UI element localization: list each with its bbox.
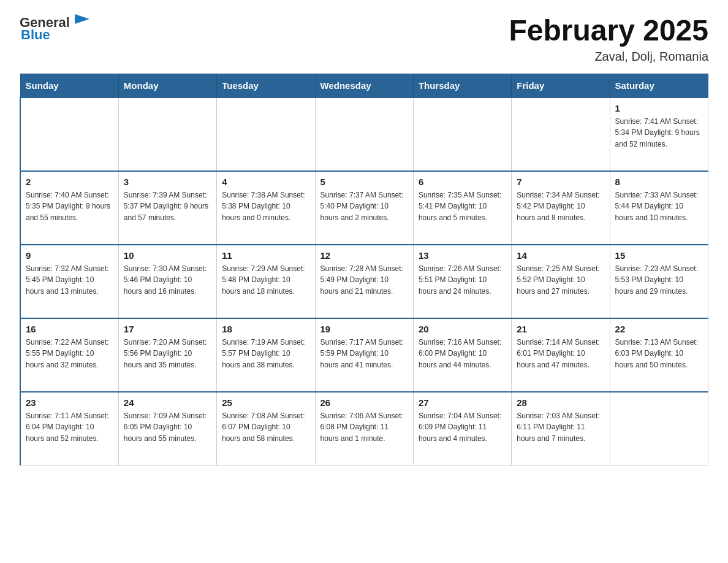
table-row <box>315 98 413 171</box>
header-sunday: Sunday <box>20 74 118 98</box>
table-row <box>217 98 315 171</box>
day-info: Sunrise: 7:20 AM Sunset: 5:56 PM Dayligh… <box>124 337 211 371</box>
day-number: 1 <box>615 103 703 113</box>
day-info: Sunrise: 7:19 AM Sunset: 5:57 PM Dayligh… <box>222 337 309 371</box>
day-number: 20 <box>419 324 506 334</box>
table-row: 5Sunrise: 7:37 AM Sunset: 5:40 PM Daylig… <box>315 171 413 245</box>
table-row <box>413 98 511 171</box>
day-number: 11 <box>222 250 309 261</box>
table-row: 6Sunrise: 7:35 AM Sunset: 5:41 PM Daylig… <box>413 171 511 245</box>
table-row: 15Sunrise: 7:23 AM Sunset: 5:53 PM Dayli… <box>610 245 708 318</box>
day-info: Sunrise: 7:04 AM Sunset: 6:09 PM Dayligh… <box>419 410 506 445</box>
logo-blue-text: Blue <box>21 27 50 43</box>
day-number: 4 <box>222 177 309 187</box>
month-title: February 2025 <box>509 15 708 47</box>
table-row: 7Sunrise: 7:34 AM Sunset: 5:42 PM Daylig… <box>512 171 610 245</box>
header-thursday: Thursday <box>413 74 511 98</box>
day-info: Sunrise: 7:41 AM Sunset: 5:34 PM Dayligh… <box>615 116 703 150</box>
table-row: 26Sunrise: 7:06 AM Sunset: 6:08 PM Dayli… <box>315 392 413 465</box>
day-number: 28 <box>517 397 604 408</box>
table-row: 11Sunrise: 7:29 AM Sunset: 5:48 PM Dayli… <box>217 245 315 318</box>
calendar-week-row: 23Sunrise: 7:11 AM Sunset: 6:04 PM Dayli… <box>20 392 708 465</box>
day-number: 26 <box>320 397 408 408</box>
table-row: 22Sunrise: 7:13 AM Sunset: 6:03 PM Dayli… <box>610 318 708 392</box>
day-number: 13 <box>419 250 506 261</box>
table-row: 24Sunrise: 7:09 AM Sunset: 6:05 PM Dayli… <box>118 392 216 465</box>
header-friday: Friday <box>512 74 610 98</box>
day-number: 27 <box>419 397 506 408</box>
weekday-header-row: Sunday Monday Tuesday Wednesday Thursday… <box>20 74 708 98</box>
day-number: 9 <box>26 250 113 261</box>
table-row <box>512 98 610 171</box>
day-info: Sunrise: 7:16 AM Sunset: 6:00 PM Dayligh… <box>419 337 506 371</box>
day-info: Sunrise: 7:35 AM Sunset: 5:41 PM Dayligh… <box>419 190 506 224</box>
day-number: 7 <box>517 177 604 187</box>
title-area: February 2025 Zaval, Dolj, Romania <box>509 15 708 64</box>
table-row: 13Sunrise: 7:26 AM Sunset: 5:51 PM Dayli… <box>413 245 511 318</box>
table-row: 23Sunrise: 7:11 AM Sunset: 6:04 PM Dayli… <box>20 392 118 465</box>
day-number: 16 <box>26 324 113 334</box>
table-row: 18Sunrise: 7:19 AM Sunset: 5:57 PM Dayli… <box>217 318 315 392</box>
day-info: Sunrise: 7:28 AM Sunset: 5:49 PM Dayligh… <box>320 263 408 297</box>
day-number: 21 <box>517 324 604 334</box>
table-row <box>20 98 118 171</box>
day-info: Sunrise: 7:09 AM Sunset: 6:05 PM Dayligh… <box>124 410 211 445</box>
table-row: 21Sunrise: 7:14 AM Sunset: 6:01 PM Dayli… <box>512 318 610 392</box>
day-info: Sunrise: 7:33 AM Sunset: 5:44 PM Dayligh… <box>615 190 703 224</box>
table-row: 2Sunrise: 7:40 AM Sunset: 5:35 PM Daylig… <box>20 171 118 245</box>
table-row: 12Sunrise: 7:28 AM Sunset: 5:49 PM Dayli… <box>315 245 413 318</box>
day-info: Sunrise: 7:25 AM Sunset: 5:52 PM Dayligh… <box>517 263 604 297</box>
day-number: 6 <box>419 177 506 187</box>
table-row <box>118 98 216 171</box>
table-row: 20Sunrise: 7:16 AM Sunset: 6:00 PM Dayli… <box>413 318 511 392</box>
header-wednesday: Wednesday <box>315 74 413 98</box>
day-number: 5 <box>320 177 408 187</box>
day-number: 3 <box>124 177 211 187</box>
day-number: 15 <box>615 250 703 261</box>
table-row: 16Sunrise: 7:22 AM Sunset: 5:55 PM Dayli… <box>20 318 118 392</box>
day-info: Sunrise: 7:14 AM Sunset: 6:01 PM Dayligh… <box>517 337 604 371</box>
day-info: Sunrise: 7:08 AM Sunset: 6:07 PM Dayligh… <box>222 410 309 445</box>
day-info: Sunrise: 7:22 AM Sunset: 5:55 PM Dayligh… <box>26 337 113 371</box>
day-number: 8 <box>615 177 703 187</box>
table-row: 8Sunrise: 7:33 AM Sunset: 5:44 PM Daylig… <box>610 171 708 245</box>
day-info: Sunrise: 7:34 AM Sunset: 5:42 PM Dayligh… <box>517 190 604 224</box>
day-info: Sunrise: 7:17 AM Sunset: 5:59 PM Dayligh… <box>320 337 408 371</box>
table-row: 10Sunrise: 7:30 AM Sunset: 5:46 PM Dayli… <box>118 245 216 318</box>
day-number: 18 <box>222 324 309 334</box>
day-number: 12 <box>320 250 408 261</box>
day-number: 25 <box>222 397 309 408</box>
svg-marker-0 <box>75 14 89 24</box>
day-number: 24 <box>124 397 211 408</box>
day-info: Sunrise: 7:23 AM Sunset: 5:53 PM Dayligh… <box>615 263 703 297</box>
day-info: Sunrise: 7:30 AM Sunset: 5:46 PM Dayligh… <box>124 263 211 297</box>
logo-flag-icon <box>71 14 89 30</box>
table-row: 28Sunrise: 7:03 AM Sunset: 6:11 PM Dayli… <box>512 392 610 465</box>
table-row: 25Sunrise: 7:08 AM Sunset: 6:07 PM Dayli… <box>217 392 315 465</box>
page-header: General Blue February 2025 Zaval, Dolj, … <box>20 15 708 64</box>
calendar-week-row: 16Sunrise: 7:22 AM Sunset: 5:55 PM Dayli… <box>20 318 708 392</box>
table-row: 9Sunrise: 7:32 AM Sunset: 5:45 PM Daylig… <box>20 245 118 318</box>
table-row: 4Sunrise: 7:38 AM Sunset: 5:38 PM Daylig… <box>217 171 315 245</box>
calendar-week-row: 9Sunrise: 7:32 AM Sunset: 5:45 PM Daylig… <box>20 245 708 318</box>
day-number: 17 <box>124 324 211 334</box>
table-row: 3Sunrise: 7:39 AM Sunset: 5:37 PM Daylig… <box>118 171 216 245</box>
calendar-table: Sunday Monday Tuesday Wednesday Thursday… <box>20 74 708 466</box>
calendar-week-row: 2Sunrise: 7:40 AM Sunset: 5:35 PM Daylig… <box>20 171 708 245</box>
day-number: 22 <box>615 324 703 334</box>
day-info: Sunrise: 7:37 AM Sunset: 5:40 PM Dayligh… <box>320 190 408 224</box>
header-monday: Monday <box>118 74 216 98</box>
day-info: Sunrise: 7:29 AM Sunset: 5:48 PM Dayligh… <box>222 263 309 297</box>
day-info: Sunrise: 7:32 AM Sunset: 5:45 PM Dayligh… <box>26 263 113 297</box>
day-number: 10 <box>124 250 211 261</box>
day-number: 14 <box>517 250 604 261</box>
logo: General Blue <box>20 15 89 43</box>
table-row: 19Sunrise: 7:17 AM Sunset: 5:59 PM Dayli… <box>315 318 413 392</box>
day-info: Sunrise: 7:13 AM Sunset: 6:03 PM Dayligh… <box>615 337 703 371</box>
day-number: 19 <box>320 324 408 334</box>
day-number: 23 <box>26 397 113 408</box>
header-saturday: Saturday <box>610 74 708 98</box>
day-info: Sunrise: 7:06 AM Sunset: 6:08 PM Dayligh… <box>320 410 408 445</box>
table-row <box>610 392 708 465</box>
table-row: 14Sunrise: 7:25 AM Sunset: 5:52 PM Dayli… <box>512 245 610 318</box>
